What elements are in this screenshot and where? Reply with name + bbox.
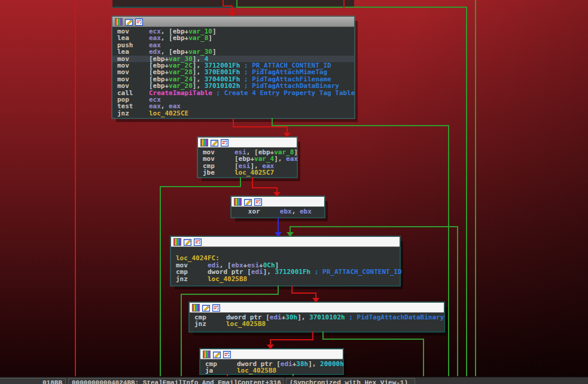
node-group-icon[interactable] bbox=[212, 304, 220, 312]
node-title-bar[interactable] bbox=[112, 17, 354, 27]
node-code[interactable]: mov esi, [ebp+var_8]mov [ebp+var_4], eax… bbox=[198, 148, 297, 178]
asm-line[interactable]: jnz loc_4025B8 bbox=[194, 321, 444, 327]
node-group-icon[interactable] bbox=[223, 351, 231, 358]
graph-node-b2[interactable]: mov esi, [ebp+var_8]mov [ebp+var_4], eax… bbox=[198, 138, 297, 177]
green-edge-arrowhead bbox=[287, 232, 294, 237]
red-edge bbox=[292, 285, 316, 298]
graph-node-b6[interactable]: cmp dword ptr [edi+38h], 20000hja loc_40… bbox=[200, 349, 343, 374]
node-color-icon[interactable] bbox=[203, 351, 211, 358]
status-address-main: 00000000004024BB: StealEmailInfo_And_Ema… bbox=[68, 378, 284, 384]
node-edit-icon[interactable] bbox=[244, 198, 252, 206]
node-color-icon[interactable] bbox=[115, 18, 123, 26]
red-edge bbox=[233, 118, 287, 133]
node-edit-icon[interactable] bbox=[213, 351, 221, 358]
asm-line[interactable]: jnz loc_4025B8 bbox=[176, 276, 400, 282]
node-color-icon[interactable] bbox=[200, 139, 208, 147]
asm-line[interactable]: ja loc_4025B8 bbox=[205, 367, 343, 374]
status-address-left: 018BB bbox=[0, 378, 66, 384]
node-edit-icon[interactable] bbox=[184, 238, 191, 246]
red-edge-arrowhead bbox=[267, 345, 274, 349]
blue-edge-arrowhead bbox=[275, 232, 282, 237]
red-edge-arrowhead bbox=[312, 298, 319, 303]
node-edit-icon[interactable] bbox=[202, 304, 210, 312]
graph-node-b1[interactable]: mov ecx, [ebp+var_10]lea eax, [ebp+var_8… bbox=[112, 17, 354, 118]
node-code[interactable]: cmp dword ptr [edi+38h], 20000hja loc_40… bbox=[200, 359, 343, 376]
asm-line[interactable]: jbe loc_4025C7 bbox=[203, 169, 297, 176]
asm-line[interactable]: xor ebx, ebx bbox=[236, 208, 324, 215]
node-edit-icon[interactable] bbox=[125, 18, 133, 26]
node-title-bar[interactable] bbox=[200, 349, 343, 359]
node-title-bar[interactable] bbox=[190, 303, 444, 313]
red-edge-arrowhead bbox=[273, 192, 281, 197]
node-group-icon[interactable] bbox=[194, 238, 202, 246]
graph-node-b3[interactable]: xor ebx, ebx bbox=[231, 197, 324, 217]
graph-node-b4[interactable]: loc_4024FC:mov edi, [ebx+esi+0Ch]cmp dwo… bbox=[171, 237, 400, 285]
red-edge bbox=[270, 331, 313, 345]
node-color-icon[interactable] bbox=[192, 304, 200, 312]
node-code[interactable]: mov ecx, [ebp+var_10]lea eax, [ebp+var_8… bbox=[112, 27, 354, 118]
node-title-bar[interactable] bbox=[198, 138, 297, 148]
red-edge bbox=[252, 177, 277, 192]
node-title-bar[interactable] bbox=[231, 197, 324, 207]
node-group-icon[interactable] bbox=[221, 139, 229, 147]
graph-view[interactable]: mov ecx, [ebp+var_10]lea eax, [ebp+var_8… bbox=[0, 0, 588, 384]
node-group-icon[interactable] bbox=[135, 18, 143, 26]
red-edge-arrowhead bbox=[229, 12, 236, 17]
asm-line[interactable]: jnz loc_4025CE bbox=[117, 110, 354, 117]
node-edit-icon[interactable] bbox=[211, 139, 218, 147]
status-sync: (Synchronized with Hex View-1) bbox=[286, 378, 415, 384]
node-code[interactable]: xor ebx, ebx bbox=[231, 207, 324, 216]
graph-node-b5[interactable]: cmp dword ptr [edi+30h], 37010102h ; Pid… bbox=[190, 303, 444, 331]
node-title-bar[interactable] bbox=[171, 237, 400, 247]
graph-node-partial[interactable] bbox=[112, 0, 354, 8]
node-code[interactable]: cmp dword ptr [edi+30h], 37010102h ; Pid… bbox=[190, 313, 444, 329]
node-group-icon[interactable] bbox=[254, 198, 262, 206]
red-edge-arrowhead bbox=[284, 133, 291, 138]
node-code[interactable]: loc_4024FC:mov edi, [ebx+esi+0Ch]cmp dwo… bbox=[171, 247, 400, 284]
node-color-icon[interactable] bbox=[234, 198, 242, 206]
status-bar: 018BB 00000000004024BB: StealEmailInfo_A… bbox=[0, 377, 588, 384]
node-color-icon[interactable] bbox=[173, 238, 181, 246]
